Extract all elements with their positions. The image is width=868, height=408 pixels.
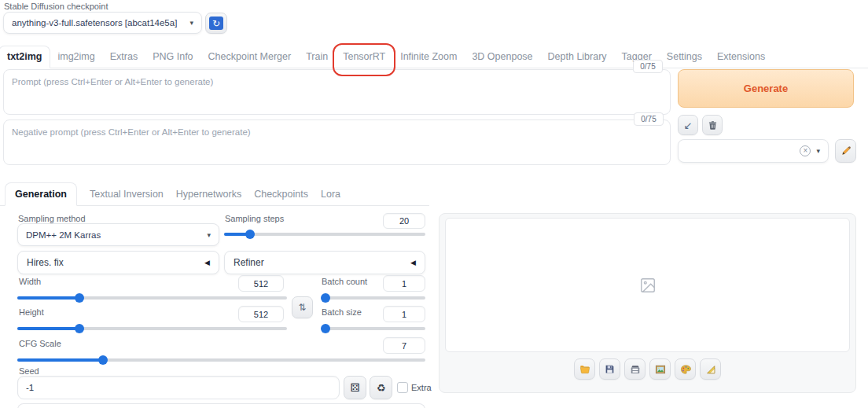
refiner-accordion[interactable]: Refiner ◀ bbox=[224, 251, 425, 274]
send-to-extras-button[interactable] bbox=[700, 358, 721, 380]
negative-prompt-token-counter: 0/75 bbox=[634, 112, 664, 126]
send-to-img2img-button[interactable] bbox=[649, 358, 671, 380]
subtab-lora[interactable]: Lora bbox=[321, 183, 340, 205]
cfg-scale-input[interactable] bbox=[383, 337, 425, 354]
hires-fix-accordion[interactable]: Hires. fix ◀ bbox=[17, 251, 219, 274]
paste-generation-params-button[interactable]: ↙ bbox=[678, 115, 698, 135]
subtab-textual-inversion[interactable]: Textual Inversion bbox=[90, 183, 164, 205]
tab-extensions[interactable]: Extensions bbox=[717, 46, 765, 68]
swap-dimensions-button[interactable]: ⇅ bbox=[292, 296, 313, 318]
gallery-toolbar bbox=[439, 358, 856, 380]
tab-depth-library[interactable]: Depth Library bbox=[548, 46, 607, 68]
chevron-down-icon: ▾ bbox=[207, 231, 211, 239]
trash-icon bbox=[708, 120, 718, 130]
batch-size-slider[interactable] bbox=[322, 323, 425, 334]
clear-x-icon[interactable]: × bbox=[800, 145, 811, 156]
send-to-inpaint-icon bbox=[680, 364, 691, 375]
reuse-seed-button[interactable]: ♻ bbox=[370, 376, 392, 399]
seed-label: Seed bbox=[19, 366, 39, 376]
edit-styles-button[interactable] bbox=[835, 139, 856, 163]
tab-3d-openpose[interactable]: 3D Openpose bbox=[472, 46, 532, 68]
tab-settings[interactable]: Settings bbox=[667, 46, 702, 68]
save-zip-icon bbox=[630, 364, 641, 375]
sampling-steps-input[interactable] bbox=[383, 213, 425, 229]
tab-tensorrt-label: TensorRT bbox=[343, 51, 385, 62]
checkpoint-value: anything-v3-full.safetensors [abcat14e5a… bbox=[12, 18, 177, 28]
sampling-steps-label: Sampling steps bbox=[225, 214, 284, 223]
send-to-img2img-icon bbox=[655, 364, 666, 375]
send-to-extras-icon bbox=[705, 364, 716, 375]
save-zip-button[interactable] bbox=[624, 358, 645, 380]
random-seed-button[interactable]: ⚄ bbox=[344, 376, 366, 399]
seed-input[interactable] bbox=[17, 376, 340, 399]
subtab-checkpoints[interactable]: Checkpoints bbox=[254, 183, 308, 205]
batch-size-label: Batch size bbox=[322, 307, 362, 317]
tab-infinite-zoom[interactable]: Infinite Zoom bbox=[400, 46, 457, 68]
send-to-inpaint-button[interactable] bbox=[675, 358, 696, 380]
sampling-method-value: DPM++ 2M Karras bbox=[26, 230, 101, 240]
extra-seed-checkbox[interactable] bbox=[397, 382, 408, 393]
tab-tensorrt[interactable]: TensorRT bbox=[343, 46, 385, 68]
main-tab-bar: txt2img img2img Extras PNG Info Checkpoi… bbox=[0, 45, 868, 68]
width-label: Width bbox=[19, 277, 41, 286]
prompt-input[interactable] bbox=[3, 69, 671, 115]
negative-prompt-input[interactable] bbox=[3, 119, 671, 165]
paintbrush-icon bbox=[840, 145, 851, 156]
refresh-icon: ↻ bbox=[209, 17, 223, 30]
slider-thumb bbox=[245, 230, 255, 239]
checkpoint-dropdown[interactable]: anything-v3-full.safetensors [abcat14e5a… bbox=[3, 12, 202, 34]
chevron-down-icon: ▾ bbox=[816, 147, 820, 155]
sampling-method-dropdown[interactable]: DPM++ 2M Karras ▾ bbox=[17, 223, 219, 246]
refiner-label: Refiner bbox=[234, 257, 264, 268]
image-placeholder-icon bbox=[639, 277, 657, 294]
height-input[interactable] bbox=[238, 306, 284, 322]
sampling-steps-slider[interactable] bbox=[224, 229, 425, 240]
tab-img2img[interactable]: img2img bbox=[57, 46, 94, 68]
width-input[interactable] bbox=[238, 275, 284, 292]
tab-png-info[interactable]: PNG Info bbox=[153, 46, 193, 68]
extra-seed-label: Extra bbox=[411, 383, 432, 392]
dice-icon: ⚄ bbox=[350, 381, 359, 394]
collapse-arrow-icon: ◀ bbox=[204, 259, 210, 266]
chevron-down-icon: ▾ bbox=[189, 19, 193, 27]
prompt-token-counter: 0/75 bbox=[633, 60, 663, 73]
tab-txt2img[interactable]: txt2img bbox=[0, 46, 50, 68]
hires-fix-label: Hires. fix bbox=[27, 257, 64, 268]
save-icon bbox=[605, 364, 615, 374]
subtab-hypernetworks[interactable]: Hypernetworks bbox=[176, 183, 241, 205]
generate-button[interactable]: Generate bbox=[678, 69, 854, 108]
styles-dropdown[interactable]: × ▾ bbox=[678, 139, 829, 163]
tab-extras[interactable]: Extras bbox=[110, 46, 138, 68]
tab-checkpoint-merger[interactable]: Checkpoint Merger bbox=[208, 46, 292, 68]
next-section-stub bbox=[17, 403, 425, 408]
width-slider[interactable] bbox=[17, 292, 287, 303]
paste-arrow-icon: ↙ bbox=[684, 119, 693, 131]
clear-prompt-button[interactable] bbox=[702, 115, 723, 135]
height-slider[interactable] bbox=[17, 323, 287, 334]
batch-count-slider[interactable] bbox=[322, 292, 425, 303]
sampling-method-label: Sampling method bbox=[18, 214, 86, 223]
recycle-icon: ♻ bbox=[377, 382, 386, 394]
sub-tab-bar: Generation Textual Inversion Hypernetwor… bbox=[0, 182, 429, 206]
output-gallery[interactable] bbox=[445, 218, 850, 352]
subtab-generation[interactable]: Generation bbox=[5, 182, 77, 206]
collapse-arrow-icon: ◀ bbox=[410, 259, 416, 266]
open-folder-icon bbox=[579, 364, 590, 375]
checkpoint-label: Stable Diffusion checkpoint bbox=[4, 2, 108, 11]
batch-count-label: Batch count bbox=[322, 277, 367, 286]
height-label: Height bbox=[19, 307, 44, 317]
batch-size-input[interactable] bbox=[383, 306, 425, 322]
batch-count-input[interactable] bbox=[383, 275, 425, 292]
tab-train[interactable]: Train bbox=[306, 46, 328, 68]
cfg-scale-slider[interactable] bbox=[17, 355, 425, 366]
save-image-button[interactable] bbox=[599, 358, 620, 380]
swap-dimensions-icon: ⇅ bbox=[298, 302, 306, 313]
cfg-scale-label: CFG Scale bbox=[19, 339, 61, 348]
stable-diffusion-webui: Stable Diffusion checkpoint anything-v3-… bbox=[0, 0, 868, 408]
refresh-checkpoint-button[interactable]: ↻ bbox=[205, 13, 227, 34]
open-folder-button[interactable] bbox=[574, 358, 595, 380]
